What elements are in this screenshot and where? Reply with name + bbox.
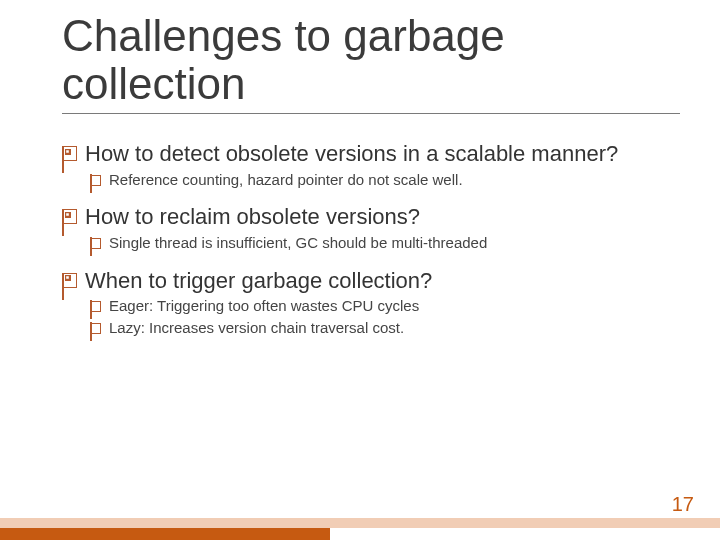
checkbox-bullet-icon — [90, 175, 101, 186]
bullet-main: How to detect obsolete versions in a sca… — [62, 140, 680, 168]
footer-accent-dark — [0, 528, 330, 540]
checkbox-bullet-icon — [90, 323, 101, 334]
bullet-group: How to detect obsolete versions in a sca… — [62, 140, 680, 189]
bullet-main: How to reclaim obsolete versions? — [62, 203, 680, 231]
bullet-group: When to trigger garbage collection? Eage… — [62, 267, 680, 338]
checkbox-bullet-icon — [90, 301, 101, 312]
checkbox-bullet-icon — [62, 146, 77, 161]
page-number: 17 — [672, 493, 694, 516]
checkbox-bullet-icon — [90, 238, 101, 249]
bullet-text: How to detect obsolete versions in a sca… — [85, 140, 618, 168]
bullet-text: Single thread is insufficient, GC should… — [109, 234, 487, 253]
checkbox-bullet-icon — [62, 209, 77, 224]
bullet-text: Eager: Triggering too often wastes CPU c… — [109, 297, 419, 316]
checkbox-bullet-icon — [62, 273, 77, 288]
bullet-sub: Eager: Triggering too often wastes CPU c… — [90, 297, 680, 316]
bullet-main: When to trigger garbage collection? — [62, 267, 680, 295]
bullet-text: When to trigger garbage collection? — [85, 267, 432, 295]
bullet-sub: Lazy: Increases version chain traversal … — [90, 319, 680, 338]
bullet-sub: Reference counting, hazard pointer do no… — [90, 171, 680, 190]
slide-footer: 17 — [0, 490, 720, 540]
bullet-text: Reference counting, hazard pointer do no… — [109, 171, 463, 190]
bullet-text: Lazy: Increases version chain traversal … — [109, 319, 404, 338]
slide: Challenges to garbage collection How to … — [0, 0, 720, 540]
bullet-text: How to reclaim obsolete versions? — [85, 203, 420, 231]
slide-title: Challenges to garbage collection — [62, 12, 680, 114]
bullet-sub: Single thread is insufficient, GC should… — [90, 234, 680, 253]
slide-content: How to detect obsolete versions in a sca… — [62, 140, 680, 352]
footer-accent-light — [0, 518, 720, 528]
bullet-group: How to reclaim obsolete versions? Single… — [62, 203, 680, 252]
